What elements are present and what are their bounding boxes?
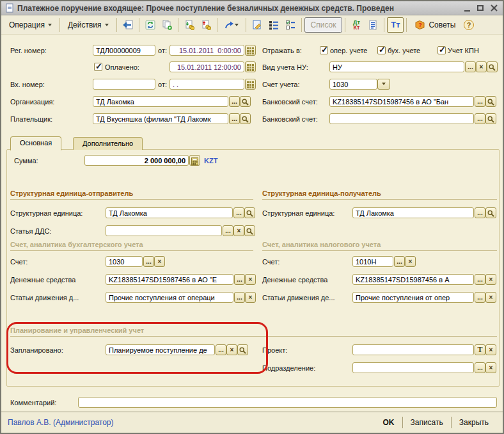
rows-icon: [269, 20, 279, 30]
footer-bar: Павлов А.В. (Администратор) OK Записать …: [1, 412, 503, 433]
calendar-button[interactable]: [245, 61, 256, 72]
tab-extra[interactable]: Дополнительно: [73, 137, 143, 150]
lookup-button[interactable]: [240, 113, 251, 124]
lookup-button[interactable]: [485, 113, 496, 124]
reg-number-field[interactable]: ТДЛ00000009: [93, 45, 155, 56]
lookup-button[interactable]: [485, 96, 496, 107]
comment-field[interactable]: [78, 397, 497, 408]
toolbar-separator: [139, 18, 139, 32]
refresh-icon: [145, 20, 155, 30]
organization-field[interactable]: ТД Лакомка: [93, 96, 228, 107]
incoming-date-field[interactable]: . .: [169, 79, 244, 90]
document-report-button[interactable]: [365, 17, 381, 33]
nu-type-field[interactable]: НУ: [329, 61, 464, 72]
toolbar-separator: [178, 18, 178, 32]
combo-dropdown-button[interactable]: [377, 79, 390, 90]
calendar-icon: [247, 81, 254, 88]
checkbox-list-button[interactable]: [282, 17, 299, 33]
maximize-button[interactable]: [475, 4, 485, 13]
document-icon: [5, 3, 14, 13]
magnifier-icon: [487, 99, 494, 106]
kpn-uchet-label: Учет КПН: [448, 47, 479, 54]
magnifier-icon: [489, 64, 496, 71]
help-button[interactable]: ?: [461, 17, 477, 33]
select-button[interactable]: ...: [475, 96, 485, 107]
chevron-down-icon: [382, 83, 386, 87]
reflect-in-label: Отражать в:: [262, 47, 302, 54]
minimize-button[interactable]: [462, 4, 472, 13]
bank-account1-label: Банковский счет:: [262, 98, 318, 106]
incoming-number-field[interactable]: [93, 79, 155, 90]
bank-account2-field[interactable]: [329, 113, 474, 124]
goto-icon: [224, 20, 235, 30]
select-button[interactable]: ...: [475, 113, 485, 124]
nu-type-label: Вид учета НУ:: [262, 63, 308, 71]
clear-button[interactable]: ×: [476, 61, 487, 72]
toolbar-separator: [345, 18, 345, 32]
types-icon: Тт: [391, 20, 400, 29]
post-document-icon: [184, 20, 194, 30]
select-button[interactable]: ...: [229, 96, 240, 107]
dtkt-button[interactable]: Дт Кт: [348, 17, 365, 33]
buh-uchet-label: бух. учете: [388, 47, 420, 54]
operation-menu-button[interactable]: Операция: [4, 18, 57, 32]
comment-label: Комментарий:: [10, 399, 56, 406]
oper-uchet-checkbox[interactable]: [320, 46, 328, 54]
bank-account2-label: Банковский счет:: [262, 115, 318, 123]
paid-checkbox[interactable]: [94, 63, 102, 71]
reg-number-label: Рег. номер:: [10, 47, 47, 54]
edit-document-button[interactable]: [249, 17, 265, 33]
kpn-uchet-checkbox[interactable]: [437, 46, 446, 54]
save-button[interactable]: Записать: [403, 415, 451, 430]
calendar-button[interactable]: [245, 79, 256, 90]
ok-button[interactable]: OK: [375, 415, 402, 430]
actions-menu-label: Действия: [68, 20, 102, 29]
toolbar-separator: [246, 18, 246, 32]
select-button[interactable]: ...: [229, 113, 240, 124]
tips-label: Советы: [429, 20, 455, 29]
dtkt-icon: Дт Кт: [353, 20, 360, 30]
operation-menu-label: Операция: [9, 20, 45, 29]
calendar-icon: [247, 47, 254, 54]
payer-field[interactable]: ТД Вкусняшка (филиал "ТД Лакомк: [93, 113, 228, 124]
toolbar-separator: [217, 18, 217, 32]
refresh-button[interactable]: [142, 17, 159, 33]
copy-document-button[interactable]: [159, 17, 175, 33]
list-button[interactable]: Список: [304, 17, 343, 33]
svg-text:?: ?: [467, 21, 471, 29]
reread-document-button[interactable]: [120, 17, 136, 33]
close-button[interactable]: [489, 4, 499, 13]
select-button[interactable]: ...: [465, 61, 476, 72]
types-button[interactable]: Тт: [387, 17, 404, 33]
paid-date-field[interactable]: 15.01.2011 12:00:00: [169, 61, 244, 72]
lookup-button[interactable]: [487, 61, 498, 72]
reread-icon: [122, 20, 133, 30]
paid-label: Оплачено:: [105, 63, 139, 71]
magnifier-icon: [487, 116, 494, 123]
main-toolbar: Операция Действия: [1, 15, 503, 35]
bank-account1-field[interactable]: KZ18385147SD15987456 в АО "Бан: [329, 96, 474, 107]
close-icon: [491, 4, 498, 12]
tab-main[interactable]: Основная: [10, 136, 61, 150]
toolbar-separator: [384, 18, 384, 32]
payer-label: Плательщик:: [10, 115, 52, 123]
unpost-document-button[interactable]: [198, 17, 214, 33]
reg-date-field[interactable]: 15.01.2011 0:00:00: [169, 45, 244, 56]
calendar-icon: [247, 64, 254, 71]
tips-button[interactable]: ? Советы: [409, 17, 461, 33]
current-user-label: Павлов А.В. (Администратор): [8, 418, 114, 427]
chevron-down-icon: [48, 24, 52, 28]
tab-panel: [6, 149, 500, 387]
close-window-button[interactable]: Закрыть: [452, 415, 496, 430]
calendar-button[interactable]: [245, 45, 256, 56]
buh-uchet-checkbox[interactable]: [377, 46, 386, 54]
account-type-combo[interactable]: 1030: [329, 79, 377, 90]
lookup-button[interactable]: [240, 96, 251, 107]
post-document-button[interactable]: [181, 17, 198, 33]
chevron-down-icon: [235, 24, 239, 28]
chevron-down-icon: [105, 24, 109, 28]
tips-book-icon: ?: [414, 20, 425, 30]
list-rows-button[interactable]: [265, 17, 282, 33]
goto-button[interactable]: [220, 17, 243, 33]
actions-menu-button[interactable]: Действия: [63, 18, 114, 32]
